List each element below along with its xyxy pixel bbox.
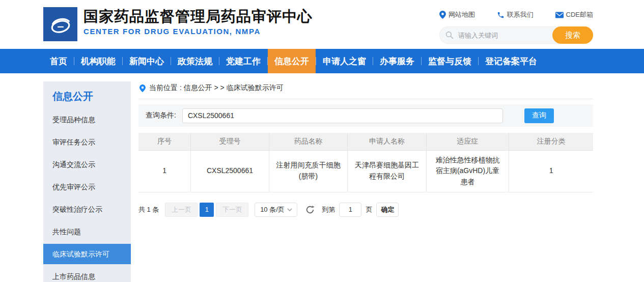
- query-panel: 查询条件: 查询: [138, 104, 593, 127]
- cell-index: 1: [138, 150, 191, 192]
- sidebar-item-breakthrough-therapy[interactable]: 突破性治疗公示: [43, 198, 131, 220]
- cde-logo: [43, 7, 77, 41]
- sidebar-item-priority-review[interactable]: 优先审评公示: [43, 176, 131, 198]
- pagination: 共 1 条 上一页 1 下一页 10 条/页 到第 页 确定: [138, 203, 593, 217]
- location-pin-icon: [139, 84, 146, 92]
- goto-page-input[interactable]: [339, 203, 361, 217]
- sidebar-item-communication[interactable]: 沟通交流公示: [43, 153, 131, 176]
- sidebar-item-clinical-trial-implied-license[interactable]: 临床试验默示许可: [43, 244, 131, 264]
- nav-item-information-disclosure[interactable]: 信息公开: [268, 49, 316, 73]
- content-area: 当前位置 : 信息公开 > > 临床试验默示许可 查询条件: 查询 序号 受理号…: [138, 81, 593, 282]
- cde-mailbox-link[interactable]: CDE邮箱: [555, 10, 593, 19]
- pagination-total: 共 1 条: [138, 205, 159, 214]
- nav-item-news[interactable]: 新闻中心: [123, 49, 171, 73]
- goto-page-unit: 页: [366, 205, 372, 214]
- prev-page-button[interactable]: 上一页: [165, 203, 198, 217]
- query-label: 查询条件:: [146, 111, 176, 120]
- search-icon: [445, 31, 454, 39]
- nav-item-supervision-feedback[interactable]: 监督与反馈: [422, 49, 478, 73]
- mail-icon: [555, 12, 564, 18]
- col-header-applicant-name: 申请人名称: [348, 133, 426, 150]
- goto-page-label: 到第: [322, 205, 335, 214]
- header-search-button[interactable]: 搜索: [552, 26, 593, 44]
- cell-applicant-name: 天津昂赛细胞基因工程有限公司: [348, 150, 426, 192]
- page-1-button[interactable]: 1: [200, 203, 214, 217]
- sidebar-item-common-issues[interactable]: 共性问题: [43, 220, 131, 243]
- col-header-drug-name: 药品名称: [269, 133, 347, 150]
- cell-registration-category: 1: [509, 150, 593, 192]
- query-input[interactable]: [182, 108, 503, 123]
- site-subtitle: CENTER FOR DRUG EVALUATION, NMPA: [83, 27, 313, 36]
- results-table: 序号 受理号 药品名称 申请人名称 适应症 注册分类 1 CXSL2500661…: [138, 133, 593, 192]
- sitemap-link-label: 网站地图: [449, 10, 475, 19]
- cell-drug-name: 注射用间充质干细胞(脐带): [269, 150, 347, 192]
- cell-indication: 难治性急性移植物抗宿主病(aGvHD)儿童患者: [426, 150, 509, 192]
- contact-us-link-label: 联系我们: [507, 10, 534, 19]
- sitemap-link[interactable]: 网站地图: [439, 10, 475, 19]
- nav-item-services[interactable]: 办事服务: [373, 49, 421, 73]
- col-header-acceptance-number: 受理号: [191, 133, 269, 150]
- sidebar-item-marketed-drugs[interactable]: 上市药品信息: [43, 265, 131, 282]
- sidebar-item-review-tasks[interactable]: 审评任务公示: [43, 131, 131, 153]
- nav-item-party-building[interactable]: 党建工作: [219, 49, 267, 73]
- nav-item-home[interactable]: 首页: [43, 49, 74, 73]
- location-pin-icon: [439, 11, 446, 19]
- nav-item-policies[interactable]: 政策法规: [171, 49, 219, 73]
- sidebar: 信息公开 受理品种信息 审评任务公示 沟通交流公示 优先审评公示 突破性治疗公示…: [43, 81, 131, 282]
- sidebar-item-accepted-varieties[interactable]: 受理品种信息: [43, 108, 131, 131]
- goto-confirm-button[interactable]: 确定: [376, 203, 399, 217]
- cde-mailbox-link-label: CDE邮箱: [566, 10, 593, 19]
- refresh-icon[interactable]: [305, 205, 315, 214]
- contact-us-link[interactable]: 联系我们: [497, 10, 534, 19]
- col-header-indication: 适应症: [426, 133, 509, 150]
- site-title: 国家药品监督管理局药品审评中心: [83, 7, 313, 25]
- page-size-value: 10 条/页: [260, 205, 285, 214]
- col-header-index: 序号: [138, 133, 191, 150]
- query-button[interactable]: 查询: [524, 108, 554, 123]
- table-row: 1 CXSL2500661 注射用间充质干细胞(脐带) 天津昂赛细胞基因工程有限…: [138, 150, 593, 192]
- header-quick-links: 网站地图 联系我们 CDE邮箱: [439, 10, 593, 19]
- cell-acceptance-number: CXSL2500661: [191, 150, 269, 192]
- main-nav: 首页 机构职能 新闻中心 政策法规 党建工作 信息公开 申请人之窗 办事服务 监…: [0, 49, 644, 73]
- table-header-row: 序号 受理号 药品名称 申请人名称 适应症 注册分类: [138, 133, 593, 150]
- cde-logo-icon: [47, 11, 74, 38]
- chevron-down-icon: [287, 208, 292, 211]
- phone-icon: [497, 11, 505, 19]
- nav-item-functions[interactable]: 机构职能: [74, 49, 122, 73]
- breadcrumb-text: 当前位置 : 信息公开 > > 临床试验默示许可: [149, 83, 284, 93]
- col-header-registration-category: 注册分类: [509, 133, 593, 150]
- sidebar-title: 信息公开: [43, 81, 131, 108]
- nav-item-registration-platform[interactable]: 登记备案平台: [479, 49, 544, 73]
- site-header: 国家药品监督管理局药品审评中心 CENTER FOR DRUG EVALUATI…: [0, 0, 644, 49]
- breadcrumb: 当前位置 : 信息公开 > > 临床试验默示许可: [138, 81, 593, 99]
- nav-item-applicant-window[interactable]: 申请人之窗: [316, 49, 373, 73]
- next-page-button[interactable]: 下一页: [216, 203, 248, 217]
- page-size-select[interactable]: 10 条/页: [255, 203, 297, 217]
